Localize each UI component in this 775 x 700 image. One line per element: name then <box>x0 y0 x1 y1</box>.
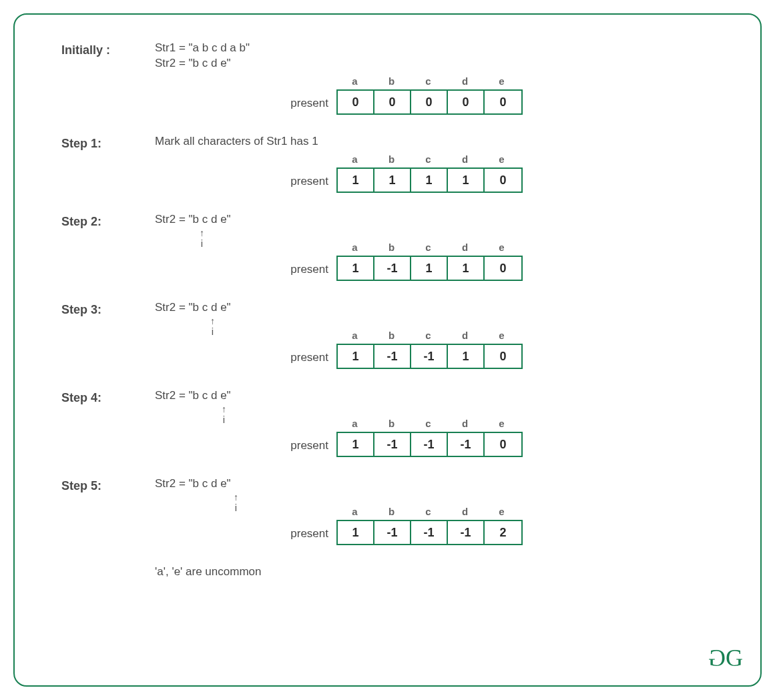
step4-label: Step 4: <box>61 389 155 405</box>
step1-label: Step 1: <box>61 135 155 151</box>
pointer-i: ↑ i <box>234 492 238 514</box>
step5-content: Str2 = "b c d e" ↑ i present a b c d e <box>155 477 720 545</box>
cell-1: -1 <box>374 345 411 368</box>
conclusion-text: 'a', 'e' are uncommon <box>155 565 720 579</box>
i-label: i <box>212 326 214 338</box>
array-wrapper: a b c d e 1 1 1 1 0 <box>336 153 523 193</box>
header-b: b <box>373 75 410 89</box>
cell-3: -1 <box>448 521 485 544</box>
step4-block: Step 4: Str2 = "b c d e" ↑ i present a b… <box>61 389 720 457</box>
pointer-line: ↑ i <box>155 228 720 254</box>
present-label: present <box>155 439 328 457</box>
cell-1: 0 <box>374 91 411 113</box>
step2-label: Step 2: <box>61 213 155 229</box>
step4-content: Str2 = "b c d e" ↑ i present a b c d e <box>155 389 720 457</box>
header-c: c <box>410 75 447 89</box>
headers: a b c d e <box>336 75 523 89</box>
array-wrapper: a b c d e 0 0 0 0 0 <box>336 75 523 115</box>
cell-3: 1 <box>448 345 485 368</box>
step4-str2: Str2 = "b c d e" <box>155 389 720 402</box>
cells: 1 -1 -1 -1 0 <box>336 432 523 457</box>
cells: 1 1 1 1 0 <box>336 167 523 193</box>
i-label: i <box>223 414 225 426</box>
pointer-i: ↑ i <box>210 316 215 338</box>
step5-label: Step 5: <box>61 477 155 493</box>
up-arrow-icon: ↑ <box>234 492 238 502</box>
cell-2: -1 <box>411 433 448 456</box>
initially-str1: Str1 = "a b c d a b" <box>155 41 720 55</box>
step1-block: Step 1: Mark all characters of Str1 has … <box>61 135 720 193</box>
cell-0: 1 <box>338 345 374 368</box>
header-c: c <box>410 153 447 167</box>
cell-4: 0 <box>485 257 521 280</box>
cell-1: 1 <box>374 169 411 192</box>
up-arrow-icon: ↑ <box>200 228 204 238</box>
initially-label: Initially : <box>61 41 155 57</box>
up-arrow-icon: ↑ <box>210 316 215 326</box>
cell-2: -1 <box>411 521 448 544</box>
header-e: e <box>483 153 520 167</box>
header-a: a <box>336 153 373 167</box>
up-arrow-icon: ↑ <box>222 404 226 414</box>
i-label: i <box>235 502 237 514</box>
step2-str2: Str2 = "b c d e" <box>155 213 720 226</box>
cell-3: 1 <box>448 257 485 280</box>
cells: 0 0 0 0 0 <box>336 89 523 115</box>
present-label: present <box>155 263 328 281</box>
step2-block: Step 2: Str2 = "b c d e" ↑ i present a b… <box>61 213 720 281</box>
cell-0: 1 <box>338 521 374 544</box>
cells: 1 -1 -1 -1 2 <box>336 520 523 545</box>
initially-content: Str1 = "a b c d a b" Str2 = "b c d e" pr… <box>155 41 720 115</box>
headers: a b c d e <box>336 153 523 167</box>
step2-content: Str2 = "b c d e" ↑ i present a b c d e <box>155 213 720 281</box>
step3-str2: Str2 = "b c d e" <box>155 301 720 314</box>
initially-array-section: present a b c d e 0 0 0 0 0 <box>155 75 720 115</box>
cell-1: -1 <box>374 257 411 280</box>
step3-content: Str2 = "b c d e" ↑ i present a b c d e <box>155 301 720 369</box>
initially-block: Initially : Str1 = "a b c d a b" Str2 = … <box>61 41 720 115</box>
present-label: present <box>155 97 328 115</box>
cells: 1 -1 -1 1 0 <box>336 344 523 369</box>
pointer-line: ↑ i <box>155 404 720 430</box>
cell-0: 0 <box>338 91 374 113</box>
header-d: d <box>447 75 483 89</box>
cell-2: -1 <box>411 345 448 368</box>
initially-str2: Str2 = "b c d e" <box>155 57 720 70</box>
header-d: d <box>447 153 483 167</box>
cell-3: -1 <box>448 433 485 456</box>
cell-1: -1 <box>374 433 411 456</box>
cell-0: 1 <box>338 433 374 456</box>
pointer-line: ↑ i <box>155 316 720 342</box>
step1-content: Mark all characters of Str1 has 1 presen… <box>155 135 720 193</box>
step3-label: Step 3: <box>61 301 155 317</box>
logo-g2: G <box>726 645 740 671</box>
cells: 1 -1 1 1 0 <box>336 256 523 281</box>
step1-text: Mark all characters of Str1 has 1 <box>155 135 720 148</box>
cell-2: 1 <box>411 257 448 280</box>
i-label: i <box>201 238 203 250</box>
present-label: present <box>155 527 328 545</box>
cell-4: 2 <box>485 521 521 544</box>
pointer-line: ↑ i <box>155 492 720 518</box>
pointer-i: ↑ i <box>222 404 226 426</box>
cell-3: 1 <box>448 169 485 192</box>
present-label: present <box>155 175 328 193</box>
cell-4: 0 <box>485 169 521 192</box>
cell-3: 0 <box>448 91 485 113</box>
cell-0: 1 <box>338 257 374 280</box>
cell-2: 1 <box>411 169 448 192</box>
diagram-container: Initially : Str1 = "a b c d a b" Str2 = … <box>13 13 762 687</box>
cell-4: 0 <box>485 91 521 113</box>
cell-4: 0 <box>485 433 521 456</box>
gfg-logo: GG <box>711 644 740 672</box>
header-e: e <box>483 75 520 89</box>
header-b: b <box>373 153 410 167</box>
cell-1: -1 <box>374 521 411 544</box>
present-label: present <box>155 351 328 369</box>
step5-block: Step 5: Str2 = "b c d e" ↑ i present a b… <box>61 477 720 545</box>
step3-block: Step 3: Str2 = "b c d e" ↑ i present a b… <box>61 301 720 369</box>
pointer-i: ↑ i <box>200 228 204 250</box>
step1-array-section: present a b c d e 1 1 1 1 0 <box>155 153 720 193</box>
step5-str2: Str2 = "b c d e" <box>155 477 720 490</box>
cell-0: 1 <box>338 169 374 192</box>
